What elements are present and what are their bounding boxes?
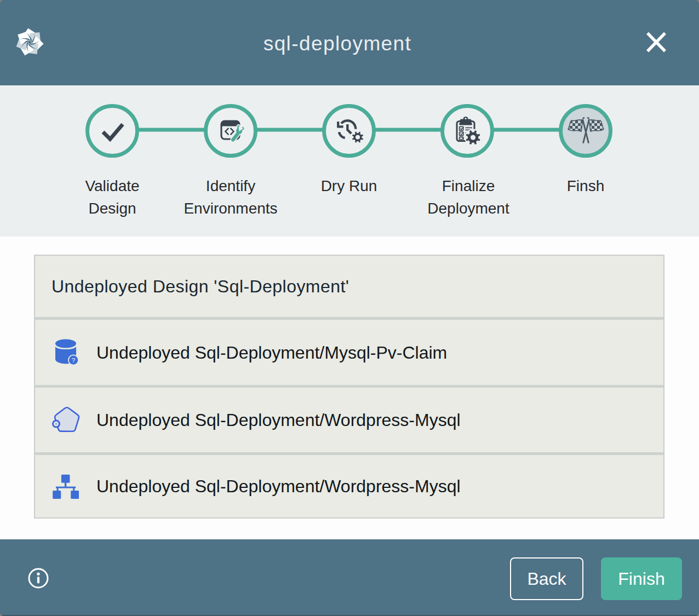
svg-text:?: ? (72, 356, 75, 363)
